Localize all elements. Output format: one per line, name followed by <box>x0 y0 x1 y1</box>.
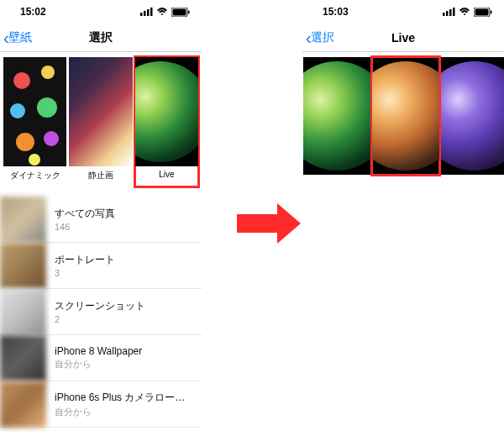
wallpaper-category-ダイナミック[interactable]: ダイナミック <box>3 57 66 186</box>
planet-icon <box>372 61 439 171</box>
live-wallpaper-row <box>302 52 504 178</box>
battery-icon <box>474 8 492 17</box>
svg-rect-0 <box>140 13 143 16</box>
category-thumb <box>3 57 66 166</box>
svg-rect-13 <box>491 10 492 13</box>
status-time: 15:03 <box>323 6 349 18</box>
wallpaper-category-静止画[interactable]: 静止画 <box>69 57 132 186</box>
album-title: iPhone 6s Plus カメラロールのバ… <box>55 391 193 405</box>
planet-icon <box>441 61 504 171</box>
wallpaper-category-Live[interactable]: Live <box>135 57 198 186</box>
planet-icon <box>303 61 370 171</box>
status-bar: 15:02 <box>0 0 202 24</box>
album-thumb <box>0 289 46 335</box>
category-label: Live <box>159 170 174 185</box>
svg-rect-3 <box>150 8 153 16</box>
album-count: 3 <box>55 268 115 278</box>
svg-rect-2 <box>147 9 150 16</box>
album-thumb <box>0 381 46 428</box>
svg-rect-10 <box>453 8 455 16</box>
wallpaper-category-row: ダイナミック静止画Live <box>0 52 202 190</box>
screen-live-wallpapers: 15:03 ‹ 選択 Live <box>302 0 504 436</box>
status-icons <box>140 8 190 17</box>
album-row[interactable]: すべての写真146 <box>0 197 202 243</box>
category-thumb <box>69 57 132 166</box>
svg-rect-6 <box>188 10 190 13</box>
back-button[interactable]: ‹ 壁紙 <box>0 29 32 46</box>
svg-rect-1 <box>144 11 146 16</box>
back-button[interactable]: ‹ 選択 <box>302 29 334 46</box>
svg-rect-12 <box>475 8 489 15</box>
wifi-icon <box>459 8 470 16</box>
album-title: ポートレート <box>55 253 115 267</box>
battery-icon <box>171 8 190 17</box>
back-label: 壁紙 <box>8 30 32 45</box>
category-label: ダイナミック <box>10 170 60 185</box>
screen-wallpaper-select: 15:02 ‹ 壁紙 選択 ダイナミック静止画Live すべての写真146ポート… <box>0 0 202 436</box>
album-thumb <box>0 243 46 289</box>
album-title: スクリーンショット <box>55 299 145 313</box>
live-wallpaper-purple[interactable] <box>441 57 504 175</box>
album-count: 自分から <box>55 406 193 418</box>
album-list: すべての写真146ポートレート3スクリーンショット2iPhone 8 Wallp… <box>0 197 202 428</box>
live-wallpaper-orange[interactable] <box>372 57 439 175</box>
nav-bar: ‹ 選択 Live <box>302 24 504 52</box>
svg-rect-8 <box>446 11 449 16</box>
nav-bar: ‹ 壁紙 選択 <box>0 24 202 52</box>
album-row[interactable]: スクリーンショット2 <box>0 289 202 335</box>
album-count: 146 <box>55 222 115 232</box>
category-thumb <box>135 57 198 166</box>
album-count: 2 <box>55 314 145 324</box>
album-title: iPhone 8 Wallpaper <box>55 345 142 357</box>
back-label: 選択 <box>311 30 334 45</box>
signal-icon <box>443 8 455 16</box>
category-label: 静止画 <box>88 170 113 185</box>
album-thumb <box>0 197 46 243</box>
arrow-right-icon <box>237 214 301 244</box>
album-row[interactable]: iPhone 6s Plus カメラロールのバ…自分から <box>0 381 202 428</box>
album-row[interactable]: ポートレート3 <box>0 243 202 289</box>
album-count: 自分から <box>55 358 142 370</box>
status-icons <box>443 8 492 17</box>
status-bar: 15:03 <box>302 0 504 24</box>
signal-icon <box>140 8 153 16</box>
status-time: 15:02 <box>20 6 46 18</box>
album-thumb <box>0 335 46 381</box>
wifi-icon <box>156 8 168 16</box>
album-title: すべての写真 <box>55 207 115 221</box>
svg-rect-5 <box>173 8 186 15</box>
live-wallpaper-green[interactable] <box>303 57 370 175</box>
svg-rect-9 <box>449 9 452 16</box>
album-row[interactable]: iPhone 8 Wallpaper自分から <box>0 335 202 381</box>
svg-rect-7 <box>443 13 445 16</box>
